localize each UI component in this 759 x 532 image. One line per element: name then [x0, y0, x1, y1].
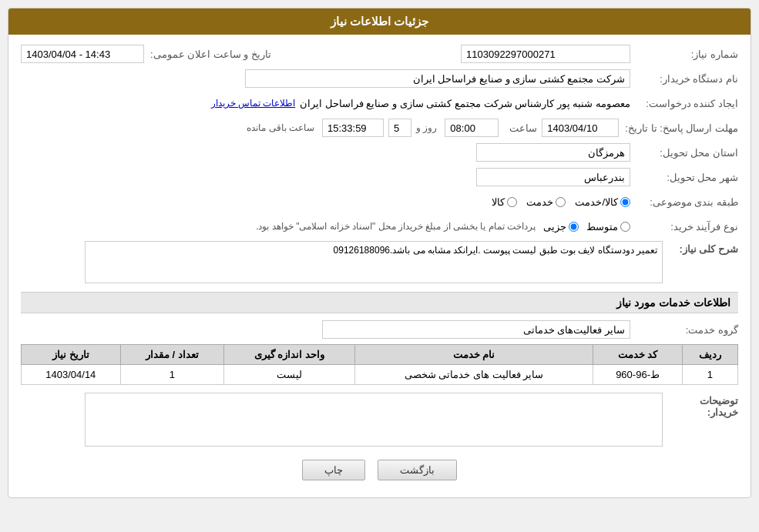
- col-date-needed: تاریخ نیاز: [22, 345, 121, 365]
- services-section-header: اطلاعات خدمات مورد نیاز: [21, 292, 738, 313]
- purchase-type-note: پرداخت تمام یا بخشی از مبلغ خریداز محل "…: [256, 221, 536, 232]
- category-service-radio[interactable]: [556, 197, 566, 207]
- category-value-wrapper: کالا/خدمت خدمت کالا: [21, 196, 630, 208]
- category-label: طبقه بندی موضوعی:: [630, 196, 738, 208]
- need-desc-wrapper: [21, 241, 663, 286]
- card-body: شماره نیاز: 1103092297000271 تاریخ و ساع…: [8, 35, 751, 497]
- province-value-wrapper: هرمزگان: [21, 143, 630, 162]
- purchase-type-medium-radio[interactable]: [620, 222, 630, 232]
- need-number-field: 1103092297000271: [461, 45, 630, 63]
- purchase-type-partial-radio[interactable]: [569, 222, 579, 232]
- need-number-row: شماره نیاز: 1103092297000271 تاریخ و ساع…: [21, 44, 738, 64]
- purchase-type-options: متوسط جزیی پرداخت تمام یا بخشی از مبلغ خ…: [256, 221, 630, 233]
- need-number-value-wrapper: 1103092297000271: [287, 45, 630, 63]
- buyer-desc-wrapper: [21, 393, 663, 449]
- response-time-field: 08:00: [445, 119, 499, 137]
- print-button[interactable]: چاپ: [302, 460, 365, 480]
- col-unit: واحد اندازه گیری: [224, 345, 355, 365]
- remaining-days-label: روز و: [416, 122, 437, 133]
- buyer-org-label: نام دستگاه خریدار:: [630, 73, 738, 85]
- need-desc-row: شرح کلی نیاز:: [21, 241, 738, 286]
- services-table: ردیف کد خدمت نام خدمت واحد اندازه گیری ت…: [21, 344, 738, 385]
- remaining-days-field: 5: [388, 119, 411, 137]
- category-goods-option[interactable]: کالا: [492, 196, 517, 208]
- need-desc-label: شرح کلی نیاز:: [669, 241, 738, 255]
- response-deadline-label: مهلت ارسال پاسخ: تا تاریخ:: [619, 122, 738, 134]
- creator-value: معصومه شنبه پور کارشناس شرکت مجتمع کشتی …: [300, 98, 630, 109]
- remaining-time-field: 15:33:59: [322, 119, 384, 137]
- purchase-type-row: نوع فرآیند خرید: متوسط جزیی پرداخت تمام …: [21, 216, 738, 236]
- service-group-field: سایر فعالیت‌های خدماتی: [322, 320, 630, 339]
- category-goods-service-label: کالا/خدمت: [575, 196, 618, 208]
- main-card: جزئیات اطلاعات نیاز شماره نیاز: 11030922…: [8, 8, 751, 498]
- buyer-desc-row: توضیحات خریدار:: [21, 393, 738, 449]
- table-row: 1ط-96-960سایر فعالیت های خدماتی شخصیلیست…: [22, 365, 738, 385]
- col-service-code: کد خدمت: [593, 345, 683, 365]
- need-desc-textarea[interactable]: [85, 241, 663, 283]
- creator-contact-link[interactable]: اطلاعات تماس خریدار: [211, 98, 296, 109]
- purchase-type-label: نوع فرآیند خرید:: [630, 221, 738, 233]
- service-group-row: گروه خدمت: سایر فعالیت‌های خدماتی: [21, 320, 738, 340]
- table-cell-1: ط-96-960: [593, 365, 683, 385]
- category-row: طبقه بندی موضوعی: کالا/خدمت خدمت: [21, 192, 738, 212]
- category-radio-group: کالا/خدمت خدمت کالا: [492, 196, 630, 208]
- buyer-org-field: شرکت مجتمع کشتی سازی و صنایع فراساحل ایر…: [245, 69, 630, 88]
- city-value-wrapper: بندرعباس: [21, 168, 630, 186]
- purchase-type-partial-label: جزیی: [543, 221, 566, 233]
- creator-row: ایجاد کننده درخواست: معصومه شنبه پور کار…: [21, 93, 738, 113]
- purchase-type-value-wrapper: متوسط جزیی پرداخت تمام یا بخشی از مبلغ خ…: [21, 221, 630, 233]
- card-header: جزئیات اطلاعات نیاز: [8, 8, 751, 35]
- page-title: جزئیات اطلاعات نیاز: [331, 15, 428, 28]
- response-time-label: ساعت: [503, 122, 537, 134]
- category-service-label: خدمت: [526, 196, 553, 208]
- table-cell-3: لیست: [224, 365, 355, 385]
- province-field: هرمزگان: [476, 143, 630, 162]
- page-container: جزئیات اطلاعات نیاز شماره نیاز: 11030922…: [0, 0, 759, 532]
- purchase-type-medium-option[interactable]: متوسط: [586, 221, 630, 233]
- creator-label: ایجاد کننده درخواست:: [630, 98, 738, 109]
- response-date-field: 1403/04/10: [542, 119, 619, 137]
- col-row-num: ردیف: [682, 345, 737, 365]
- col-service-name: نام خدمت: [354, 345, 593, 365]
- city-label: شهر محل تحویل:: [630, 172, 738, 183]
- table-cell-2: سایر فعالیت های خدماتی شخصی: [354, 365, 593, 385]
- back-button[interactable]: بازگشت: [378, 460, 457, 480]
- public-date-field: 1403/04/04 - 14:43: [21, 45, 144, 63]
- need-number-label: شماره نیاز:: [630, 49, 738, 60]
- table-cell-0: 1: [682, 365, 737, 385]
- creator-value-wrapper: معصومه شنبه پور کارشناس شرکت مجتمع کشتی …: [21, 98, 630, 109]
- purchase-type-medium-label: متوسط: [586, 221, 618, 233]
- table-cell-4: 1: [120, 365, 224, 385]
- category-goods-service-radio[interactable]: [620, 197, 630, 207]
- button-row: بازگشت چاپ: [21, 460, 738, 488]
- city-field: بندرعباس: [476, 168, 630, 186]
- public-date-label: تاریخ و ساعت اعلان عمومی:: [144, 49, 271, 60]
- remaining-time-label: ساعت باقی مانده: [247, 122, 314, 133]
- service-group-label: گروه خدمت:: [630, 324, 738, 336]
- col-quantity: تعداد / مقدار: [120, 345, 224, 365]
- date-time-row: 1403/04/10 ساعت 08:00 روز و 5 15:33:59: [21, 119, 619, 137]
- response-deadline-value-wrapper: 1403/04/10 ساعت 08:00 روز و 5 15:33:59: [21, 119, 619, 137]
- response-deadline-row: مهلت ارسال پاسخ: تا تاریخ: 1403/04/10 سا…: [21, 118, 738, 138]
- purchase-type-partial-option[interactable]: جزیی: [543, 221, 579, 233]
- buyer-org-row: نام دستگاه خریدار: شرکت مجتمع کشتی سازی …: [21, 69, 738, 89]
- buyer-org-value-wrapper: شرکت مجتمع کشتی سازی و صنایع فراساحل ایر…: [21, 69, 630, 88]
- category-goods-radio[interactable]: [507, 197, 517, 207]
- buyer-desc-label: توضیحات خریدار:: [669, 393, 738, 418]
- category-goods-label: کالا: [492, 196, 505, 208]
- table-header-row: ردیف کد خدمت نام خدمت واحد اندازه گیری ت…: [22, 345, 738, 365]
- category-goods-service-option[interactable]: کالا/خدمت: [575, 196, 630, 208]
- province-label: استان محل تحویل:: [630, 147, 738, 159]
- buyer-desc-textarea[interactable]: [85, 393, 663, 447]
- city-row: شهر محل تحویل: بندرعباس: [21, 167, 738, 187]
- category-service-option[interactable]: خدمت: [526, 196, 566, 208]
- service-group-value-wrapper: سایر فعالیت‌های خدماتی: [21, 320, 630, 339]
- province-row: استان محل تحویل: هرمزگان: [21, 142, 738, 162]
- table-cell-5: 1403/04/14: [22, 365, 121, 385]
